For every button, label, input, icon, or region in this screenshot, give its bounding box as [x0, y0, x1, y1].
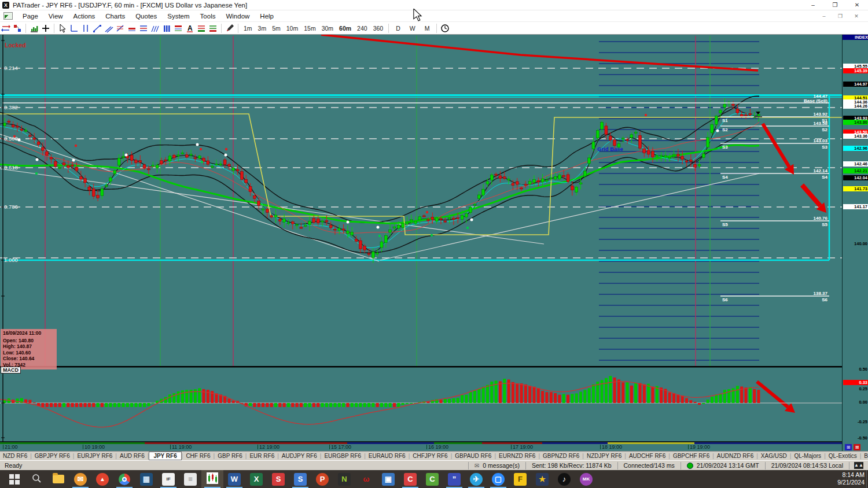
photos-icon[interactable]: ▣ [377, 470, 399, 488]
tab-eurgbp-rf6[interactable]: EURGBP RF6 [321, 453, 364, 459]
tab-euraud-rf6[interactable]: EURAUD RF6 [366, 453, 409, 459]
tab-nzdjpy-rf6[interactable]: NZDJPY RF6 [584, 453, 624, 459]
tab-gbpaud-rf6[interactable]: GBPAUD RF6 [452, 453, 494, 459]
calculator-icon[interactable]: ▦ [135, 470, 157, 488]
if-app-icon[interactable]: IF [157, 470, 179, 488]
tab-eurnzd-rf6[interactable]: EURNZD RF6 [496, 453, 538, 459]
tab-audjpy-rf6[interactable]: AUDJPY RF6 [279, 453, 320, 459]
channel-icon[interactable] [103, 23, 115, 34]
tab-audchf-rf6[interactable]: AUDCHF RF6 [626, 453, 668, 459]
histogram-tool-icon[interactable] [161, 23, 172, 34]
tab-gbpjpy-rf6[interactable]: GBPJPY RF6 [32, 453, 73, 459]
collapse-pane-button[interactable]: ⊠ [854, 444, 860, 450]
tiktok-icon[interactable]: ♪ [553, 470, 575, 488]
timeframe-240[interactable]: 240 [354, 25, 370, 32]
zoom-icon[interactable]: ▢ [487, 470, 509, 488]
streamlabs-icon[interactable]: S [267, 470, 289, 488]
file-explorer-icon[interactable] [47, 470, 69, 488]
text-tool-icon[interactable]: A [184, 23, 196, 34]
crosshair-icon[interactable] [40, 23, 52, 34]
timeframe-60m[interactable]: 60m [336, 25, 354, 32]
indicators-icon[interactable] [28, 23, 40, 34]
mk-icon[interactable]: MK [575, 470, 597, 488]
tab-eur-rf6[interactable]: EUR RF6 [247, 453, 277, 459]
chrome-icon[interactable] [113, 470, 135, 488]
start-button[interactable] [3, 470, 25, 488]
support-levels-icon[interactable] [138, 23, 149, 34]
tab-chfjpy-rf6[interactable]: CHFJPY RF6 [410, 453, 450, 459]
tab-jpy-rf6[interactable]: JPY RF6 [149, 452, 181, 460]
macd-pane-label[interactable]: MACD [1, 367, 21, 374]
link-windows-icon[interactable] [0, 23, 12, 34]
timeframe-30m[interactable]: 30m [319, 25, 336, 32]
price-chart[interactable]: 144.47Base (Sell)S1143.92S1S2143.58S2S31… [0, 35, 842, 442]
camtasia-icon[interactable]: C [399, 470, 421, 488]
minimize-button[interactable]: – [802, 0, 824, 10]
red-wings-icon[interactable]: ω [355, 470, 377, 488]
period-d[interactable]: D [391, 25, 405, 32]
patrader-icon[interactable] [201, 470, 223, 488]
word-icon[interactable]: W [223, 470, 245, 488]
axes-tool-icon[interactable] [68, 23, 80, 34]
child-close-button[interactable]: ✕ [848, 13, 865, 19]
tab-btc[interactable]: BTC [861, 453, 868, 459]
camtasia-editor-icon[interactable]: C [421, 470, 443, 488]
time-axis[interactable]: 21:0010 19:0011 19:0012 19:0015 17:0016 … [0, 442, 842, 451]
menu-quotes[interactable]: Quotes [130, 13, 162, 20]
expand-pane-button[interactable]: ⊞ [845, 444, 852, 450]
child-restore-button[interactable]: ❐ [832, 13, 848, 19]
vertical-lines-icon[interactable] [80, 23, 91, 34]
search-icon[interactable] [25, 470, 47, 488]
notepad-icon[interactable]: ≡ [179, 470, 201, 488]
tab-chf-rf6[interactable]: CHF RF6 [183, 453, 213, 459]
timeframe-5m[interactable]: 5m [269, 25, 284, 32]
timeframe-15m[interactable]: 15m [301, 25, 318, 32]
tab-nzd-rf6[interactable]: NZD RF6 [0, 453, 30, 459]
status-messages[interactable]: ✉ 0 message(s) [468, 462, 525, 469]
nvidia-icon[interactable]: N [333, 470, 355, 488]
timeframe-1m[interactable]: 1m [241, 25, 255, 32]
menu-system[interactable]: System [162, 13, 194, 20]
hatch-fill-icon[interactable] [149, 23, 161, 34]
tab-gbp-rf6[interactable]: GBP RF6 [215, 453, 245, 459]
levels-red-icon[interactable] [172, 23, 184, 34]
powerpoint-icon[interactable]: P [311, 470, 333, 488]
menu-view[interactable]: View [43, 13, 68, 20]
timeframe-3m[interactable]: 3m [255, 25, 270, 32]
levels-b-icon[interactable] [207, 23, 219, 34]
close-button[interactable]: ✕ [846, 0, 868, 10]
tab-ql-majors[interactable]: QL-Majors [791, 453, 824, 459]
tab-audnzd-rf6[interactable]: AUDNZD RF6 [714, 453, 756, 459]
arrange-windows-icon[interactable] [12, 23, 23, 34]
tab-aud-rf6[interactable]: AUD RF6 [117, 453, 148, 459]
tab-eurjpy-rf6[interactable]: EURJPY RF6 [74, 453, 115, 459]
price-axis[interactable]: INDEX 145.55145.39144.97144.51144.36144.… [842, 35, 868, 451]
tab-ql-exotics[interactable]: QL-Exotics [826, 453, 860, 459]
menu-window[interactable]: Window [220, 13, 255, 20]
quotes-app-icon[interactable]: ” [443, 470, 465, 488]
tab-gbpchf-rf6[interactable]: GBPCHF RF6 [670, 453, 712, 459]
child-minimize-button[interactable]: – [816, 13, 832, 19]
mail-icon[interactable]: ✉ [69, 470, 91, 488]
tab-gbpnzd-rf6[interactable]: GBPNZD RF6 [540, 453, 582, 459]
trendline-icon[interactable] [91, 23, 103, 34]
menu-charts[interactable]: Charts [100, 13, 130, 20]
period-w[interactable]: W [405, 25, 420, 32]
menu-actions[interactable]: Actions [68, 13, 101, 20]
star-app-icon[interactable]: ★ [531, 470, 553, 488]
brave-icon[interactable]: ▲ [91, 470, 113, 488]
excel-icon[interactable]: X [245, 470, 267, 488]
maximize-button[interactable]: ❐ [824, 0, 846, 10]
resistance-level-icon[interactable] [126, 23, 138, 34]
menu-page[interactable]: Page [17, 13, 43, 20]
menu-help[interactable]: Help [255, 13, 279, 20]
levels-a-icon[interactable] [196, 23, 207, 34]
tab-xag-usd[interactable]: XAG/USD [758, 453, 790, 459]
timeframe-360[interactable]: 360 [370, 25, 387, 32]
pencil-icon[interactable] [224, 23, 236, 34]
pointer-icon[interactable] [57, 23, 68, 34]
period-m[interactable]: M [420, 25, 435, 32]
taskbar-clock[interactable]: 8:14 AM 9/21/2024 [837, 471, 865, 486]
timeframe-10m[interactable]: 10m [284, 25, 301, 32]
telegram-icon[interactable]: ✈ [465, 470, 487, 488]
